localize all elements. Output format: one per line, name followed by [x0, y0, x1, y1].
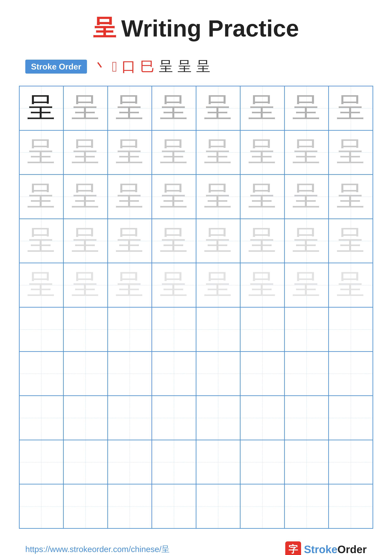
grid-cell[interactable]: [285, 351, 329, 396]
grid-cell[interactable]: 呈: [19, 175, 64, 219]
grid-cell[interactable]: 呈: [328, 86, 373, 130]
grid-cell[interactable]: [19, 396, 64, 440]
grid-cell[interactable]: 呈: [196, 130, 240, 175]
grid-cell[interactable]: 呈: [19, 130, 64, 175]
grid-cell[interactable]: [196, 484, 240, 528]
grid-cell[interactable]: 呈: [328, 130, 373, 175]
grid-cell[interactable]: 呈: [285, 219, 329, 263]
grid-cell[interactable]: [240, 440, 285, 484]
grid-cell[interactable]: [64, 484, 108, 528]
grid-cell[interactable]: 呈: [240, 86, 285, 130]
grid-cell[interactable]: [285, 440, 329, 484]
grid-cell[interactable]: [328, 484, 373, 528]
grid-cell[interactable]: 呈: [196, 263, 240, 307]
stroke-char-1: 丶: [93, 57, 107, 76]
grid-cell[interactable]: 呈: [328, 263, 373, 307]
stroke-order-row: Stroke Order 丶 𠃍 口 巳 呈 呈 呈: [25, 57, 210, 76]
grid-cell[interactable]: [108, 351, 152, 396]
grid-cell[interactable]: 呈: [64, 86, 108, 130]
grid-cell[interactable]: [19, 484, 64, 528]
grid-cell-char: 呈: [27, 94, 56, 123]
grid-cell[interactable]: 呈: [64, 130, 108, 175]
grid-cell[interactable]: [285, 484, 329, 528]
grid-cell[interactable]: 呈: [108, 86, 152, 130]
grid-cell[interactable]: [108, 307, 152, 351]
grid-cell[interactable]: 呈: [108, 130, 152, 175]
grid-cell-char: 呈: [71, 271, 100, 299]
grid-cell[interactable]: 呈: [108, 175, 152, 219]
grid-cell[interactable]: 呈: [285, 175, 329, 219]
footer-url[interactable]: https://www.strokeorder.com/chinese/呈: [25, 544, 170, 555]
grid-cell[interactable]: [19, 440, 64, 484]
grid-cell[interactable]: 呈: [285, 86, 329, 130]
grid-cell[interactable]: 呈: [196, 175, 240, 219]
grid-cell[interactable]: 呈: [152, 219, 196, 263]
stroke-char-5: 呈: [159, 57, 173, 76]
grid-cell-char: 呈: [27, 271, 56, 299]
grid-cell[interactable]: 呈: [240, 130, 285, 175]
grid-cell[interactable]: 呈: [285, 130, 329, 175]
grid-cell[interactable]: [328, 396, 373, 440]
grid-cell[interactable]: [64, 396, 108, 440]
grid-cell[interactable]: 呈: [64, 175, 108, 219]
grid-cell[interactable]: [64, 307, 108, 351]
footer-logo: 字 StrokeOrder: [285, 541, 367, 555]
grid-cell[interactable]: 呈: [240, 219, 285, 263]
grid-cell[interactable]: [328, 351, 373, 396]
grid-cell[interactable]: [108, 396, 152, 440]
grid-cell[interactable]: 呈: [19, 86, 64, 130]
grid-cell[interactable]: 呈: [152, 263, 196, 307]
grid-cell[interactable]: [240, 396, 285, 440]
grid-cell[interactable]: [64, 351, 108, 396]
grid-cell[interactable]: [108, 440, 152, 484]
grid-cell[interactable]: [196, 440, 240, 484]
grid-cell[interactable]: 呈: [64, 263, 108, 307]
grid-cell[interactable]: 呈: [285, 263, 329, 307]
grid-cell-char: 呈: [115, 94, 144, 123]
grid-cell[interactable]: 呈: [328, 175, 373, 219]
grid-cell[interactable]: 呈: [19, 219, 64, 263]
grid-cell[interactable]: [240, 307, 285, 351]
grid-cell[interactable]: [285, 307, 329, 351]
grid-cell[interactable]: [152, 484, 196, 528]
grid-cell[interactable]: [328, 440, 373, 484]
grid-cell[interactable]: [196, 396, 240, 440]
grid-cell[interactable]: 呈: [152, 130, 196, 175]
grid-cell[interactable]: [152, 351, 196, 396]
grid-cell[interactable]: 呈: [108, 263, 152, 307]
footer-logo-order-text: Order: [337, 543, 367, 555]
grid-cell-char: 呈: [71, 183, 100, 211]
grid-cell[interactable]: [152, 396, 196, 440]
grid-cell[interactable]: [152, 307, 196, 351]
stroke-chars: 丶 𠃍 口 巳 呈 呈 呈: [93, 57, 210, 76]
grid-cell[interactable]: 呈: [152, 175, 196, 219]
grid-cell[interactable]: 呈: [152, 86, 196, 130]
grid-cell[interactable]: 呈: [108, 219, 152, 263]
grid-cell-char: 呈: [248, 183, 277, 211]
grid-cell[interactable]: [64, 440, 108, 484]
grid-cell[interactable]: [240, 484, 285, 528]
grid-cell[interactable]: [240, 351, 285, 396]
grid-cell[interactable]: [19, 307, 64, 351]
grid-cell[interactable]: 呈: [196, 219, 240, 263]
grid-cell[interactable]: 呈: [196, 86, 240, 130]
footer-logo-text: StrokeOrder: [304, 543, 367, 555]
grid-cell[interactable]: 呈: [64, 219, 108, 263]
grid-cell-char: 呈: [336, 94, 365, 123]
grid-cell[interactable]: [285, 396, 329, 440]
grid-cell[interactable]: [152, 440, 196, 484]
grid-cell-char: 呈: [248, 227, 277, 255]
grid-cell[interactable]: [196, 351, 240, 396]
stroke-char-7: 呈: [196, 57, 210, 76]
title-character: 呈: [93, 13, 116, 44]
grid-cell-char: 呈: [336, 271, 365, 299]
grid-cell[interactable]: [19, 351, 64, 396]
grid-cell-char: 呈: [336, 183, 365, 211]
grid-cell[interactable]: [108, 484, 152, 528]
grid-cell[interactable]: [196, 307, 240, 351]
grid-cell[interactable]: [328, 307, 373, 351]
grid-cell[interactable]: 呈: [19, 263, 64, 307]
grid-cell[interactable]: 呈: [240, 175, 285, 219]
grid-cell[interactable]: 呈: [328, 219, 373, 263]
grid-cell[interactable]: 呈: [240, 263, 285, 307]
